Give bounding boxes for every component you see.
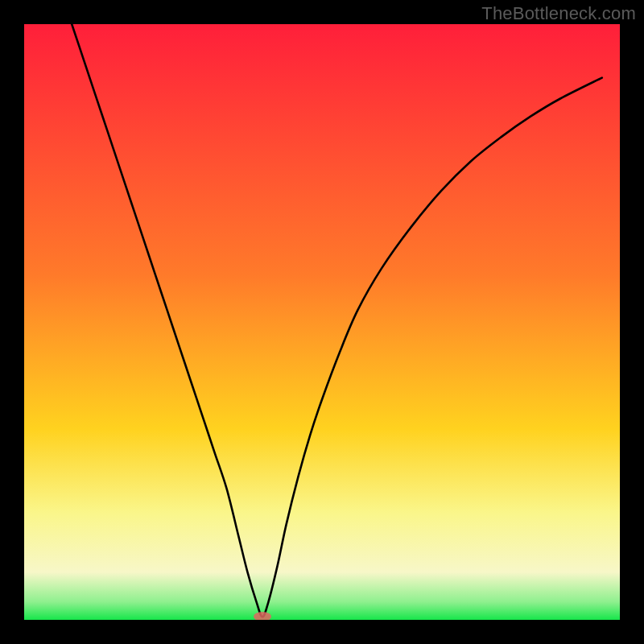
chart-frame: TheBottleneck.com [0, 0, 644, 644]
plot-area [24, 24, 620, 620]
watermark-text: TheBottleneck.com [481, 3, 636, 24]
gradient-background [24, 24, 620, 620]
optimum-marker [254, 612, 271, 620]
chart-svg [24, 24, 620, 620]
